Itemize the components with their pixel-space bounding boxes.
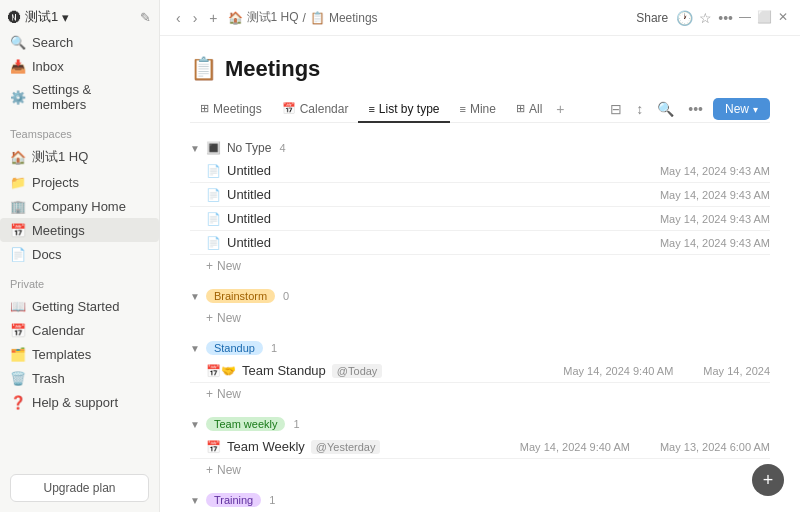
add-label: New bbox=[217, 311, 241, 325]
tab-meetings-icon: ⊞ bbox=[200, 102, 209, 115]
group-count: 4 bbox=[279, 142, 285, 154]
search-icon: 🔍 bbox=[10, 34, 26, 50]
add-new-row-2[interactable]: + New bbox=[190, 383, 770, 405]
tab-list-label: List by type bbox=[379, 102, 440, 116]
sidebar-item-inbox[interactable]: 📥 Inbox bbox=[0, 54, 159, 78]
sidebar-item-calendar[interactable]: 📅 Calendar bbox=[0, 318, 159, 342]
group-header-team-weekly[interactable]: ▼ Team weekly 1 bbox=[190, 411, 770, 435]
group-caret-icon: ▼ bbox=[190, 419, 200, 430]
group-header-standup[interactable]: ▼ Standup 1 bbox=[190, 335, 770, 359]
back-button[interactable]: ‹ bbox=[172, 8, 185, 28]
breadcrumb-hq[interactable]: 测试1 HQ bbox=[247, 9, 299, 26]
workspace-dropdown-icon: ▾ bbox=[62, 10, 69, 25]
hq-icon: 🏠 bbox=[10, 149, 26, 165]
sidebar-item-help[interactable]: ❓ Help & support bbox=[0, 390, 159, 414]
page-content: 📋 Meetings ⊞ Meetings 📅 Calendar ≡ List … bbox=[160, 36, 800, 512]
sort-icon[interactable]: ↕ bbox=[632, 99, 647, 119]
tab-all-icon: ⊞ bbox=[516, 102, 525, 115]
tab-calendar-icon: 📅 bbox=[282, 102, 296, 115]
row-icon: 📄 bbox=[206, 212, 221, 226]
new-button[interactable]: New ▾ bbox=[713, 98, 770, 120]
share-button[interactable]: Share bbox=[636, 11, 668, 25]
add-tab-button[interactable]: + bbox=[552, 96, 568, 122]
tab-list-icon: ≡ bbox=[368, 103, 374, 115]
sidebar-item-search[interactable]: 🔍 Search bbox=[0, 30, 159, 54]
calendar-icon: 📅 bbox=[10, 322, 26, 338]
breadcrumb-meetings[interactable]: Meetings bbox=[329, 11, 378, 25]
table-row[interactable]: 📄 Untitled May 14, 2024 9:43 AM bbox=[190, 207, 770, 231]
group-header-training[interactable]: ▼ Training 1 bbox=[190, 487, 770, 511]
sidebar-item-hq[interactable]: 🏠 测试1 HQ bbox=[0, 144, 159, 170]
sidebar: 🅝 测试1 ▾ ✎ 🔍 Search 📥 Inbox ⚙️ Settings &… bbox=[0, 0, 160, 512]
tab-calendar[interactable]: 📅 Calendar bbox=[272, 97, 359, 123]
tab-mine[interactable]: ≡ Mine bbox=[450, 97, 506, 123]
sidebar-header: 🅝 测试1 ▾ ✎ bbox=[0, 0, 159, 30]
sidebar-item-templates[interactable]: 🗂️ Templates bbox=[0, 342, 159, 366]
sidebar-item-label: Inbox bbox=[32, 59, 64, 74]
sidebar-item-settings[interactable]: ⚙️ Settings & members bbox=[0, 78, 159, 116]
row-name: Untitled bbox=[227, 187, 660, 202]
brainstorm-tag: Brainstorm bbox=[206, 289, 275, 303]
minimize-icon[interactable]: — bbox=[739, 10, 751, 26]
sidebar-item-label: Meetings bbox=[32, 223, 85, 238]
group-header-brainstorm[interactable]: ▼ Brainstorm 0 bbox=[190, 283, 770, 307]
table-row[interactable]: 📅 Team Weekly @Yesterday May 14, 2024 9:… bbox=[190, 435, 770, 459]
table-row[interactable]: 📅🤝 Team Standup @Today May 14, 2024 9:40… bbox=[190, 359, 770, 383]
breadcrumb-icon2: 📋 bbox=[310, 11, 325, 25]
workspace-icon: 🅝 bbox=[8, 10, 21, 25]
row-icon: 📅 bbox=[206, 440, 221, 454]
sidebar-item-label: Calendar bbox=[32, 323, 85, 338]
tab-meetings-label: Meetings bbox=[213, 102, 262, 116]
workspace-name: 测试1 bbox=[25, 8, 58, 26]
table-row[interactable]: 📄 Untitled May 14, 2024 9:43 AM bbox=[190, 183, 770, 207]
sidebar-item-docs[interactable]: 📄 Docs bbox=[0, 242, 159, 266]
sidebar-item-label: Trash bbox=[32, 371, 65, 386]
team-weekly-name: Team Weekly bbox=[227, 439, 305, 454]
star-icon[interactable]: ☆ bbox=[699, 10, 712, 26]
row-dates: May 14, 2024 9:43 AM bbox=[660, 213, 770, 225]
fab-button[interactable]: + bbox=[752, 464, 784, 496]
sidebar-item-company-home[interactable]: 🏢 Company Home bbox=[0, 194, 159, 218]
new-button-caret-icon: ▾ bbox=[753, 104, 758, 115]
tab-all[interactable]: ⊞ All bbox=[506, 97, 552, 123]
group-count: 1 bbox=[271, 342, 277, 354]
close-icon[interactable]: ✕ bbox=[778, 10, 788, 26]
sidebar-item-meetings[interactable]: 📅 Meetings bbox=[0, 218, 159, 242]
search-icon[interactable]: 🔍 bbox=[653, 99, 678, 119]
add-new-row-0[interactable]: + New bbox=[190, 255, 770, 277]
sidebar-item-trash[interactable]: 🗑️ Trash bbox=[0, 366, 159, 390]
sidebar-item-label: Getting Started bbox=[32, 299, 119, 314]
upgrade-plan-button[interactable]: Upgrade plan bbox=[10, 474, 149, 502]
add-new-row-1[interactable]: + New bbox=[190, 307, 770, 329]
add-page-button[interactable]: + bbox=[205, 8, 221, 28]
tab-meetings[interactable]: ⊞ Meetings bbox=[190, 97, 272, 123]
row-dates: May 14, 2024 9:43 AM bbox=[660, 165, 770, 177]
table-row[interactable]: 📄 Untitled May 14, 2024 9:43 AM bbox=[190, 231, 770, 255]
tab-list-by-type[interactable]: ≡ List by type bbox=[358, 97, 449, 123]
forward-button[interactable]: › bbox=[189, 8, 202, 28]
more-icon[interactable]: ••• bbox=[718, 10, 733, 26]
projects-icon: 📁 bbox=[10, 174, 26, 190]
sidebar-item-label: 测试1 HQ bbox=[32, 148, 88, 166]
sidebar-item-getting-started[interactable]: 📖 Getting Started bbox=[0, 294, 159, 318]
group-header-no-type[interactable]: ▼ 🔳 No Type 4 bbox=[190, 135, 770, 159]
private-label: Private bbox=[0, 266, 159, 294]
add-icon: + bbox=[206, 311, 213, 325]
page-title-icon: 📋 bbox=[190, 56, 217, 82]
table-row[interactable]: 📄 Untitled May 14, 2024 9:43 AM bbox=[190, 159, 770, 183]
sidebar-item-projects[interactable]: 📁 Projects bbox=[0, 170, 159, 194]
edit-icon[interactable]: ✎ bbox=[140, 10, 151, 25]
maximize-icon[interactable]: ⬜ bbox=[757, 10, 772, 26]
row-dates: May 14, 2024 9:40 AM May 13, 2024 6:00 A… bbox=[520, 441, 770, 453]
topbar-icons: 🕐 ☆ ••• — ⬜ ✕ bbox=[676, 10, 788, 26]
no-type-icon: 🔳 bbox=[206, 141, 221, 155]
clock-icon[interactable]: 🕐 bbox=[676, 10, 693, 26]
filter-icon[interactable]: ⊟ bbox=[606, 99, 626, 119]
sidebar-item-label: Docs bbox=[32, 247, 62, 262]
add-new-row-3[interactable]: + New bbox=[190, 459, 770, 481]
workspace-selector[interactable]: 🅝 测试1 ▾ bbox=[8, 8, 69, 26]
templates-icon: 🗂️ bbox=[10, 346, 26, 362]
row-date1: May 14, 2024 9:40 AM bbox=[563, 365, 673, 377]
more-options-icon[interactable]: ••• bbox=[684, 99, 707, 119]
row-date2: May 14, 2024 bbox=[703, 365, 770, 377]
